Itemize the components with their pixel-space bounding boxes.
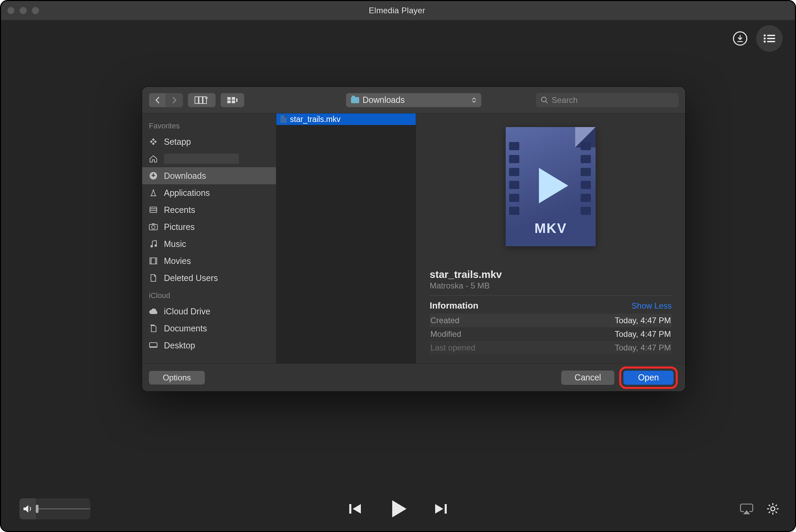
previous-button[interactable] [347, 501, 364, 517]
sidebar-item-label: Music [164, 239, 186, 249]
svg-rect-6 [349, 504, 351, 514]
svg-rect-14 [232, 97, 235, 100]
sidebar-item-deleted-users[interactable]: Deleted Users [142, 269, 276, 286]
svg-rect-22 [152, 223, 155, 225]
info-header: Information [430, 300, 478, 311]
dialog-footer: Options Cancel Open [142, 363, 685, 391]
preview-subtext: Matroska - 5 MB [430, 281, 672, 291]
svg-rect-5 [767, 41, 775, 42]
svg-rect-19 [150, 207, 157, 213]
sidebar-item-label: Setapp [164, 137, 191, 147]
preview-filename: star_trails.mkv [430, 269, 672, 280]
svg-point-8 [771, 507, 775, 511]
minimize-window-button[interactable] [19, 7, 27, 14]
file-badge: MKV [506, 221, 596, 236]
sidebar-item-downloads[interactable]: Downloads [142, 167, 276, 184]
info-row: Last openedToday, 4:47 PM [430, 341, 672, 355]
svg-rect-9 [195, 97, 198, 104]
settings-button[interactable] [766, 502, 779, 515]
search-placeholder: Search [552, 95, 578, 105]
back-button[interactable] [149, 93, 166, 107]
setapp-icon [148, 138, 159, 146]
show-less-link[interactable]: Show Less [632, 301, 672, 311]
chevron-left-icon [155, 97, 160, 104]
preview-thumbnail: MKV [430, 127, 672, 250]
file-name: star_trails.mkv [290, 115, 340, 124]
svg-rect-1 [767, 35, 775, 36]
chevron-right-icon [172, 97, 177, 104]
sidebar-item-setapp[interactable]: Setapp [142, 133, 276, 150]
sidebar-item-label: Pictures [164, 222, 195, 232]
close-window-button[interactable] [7, 7, 15, 14]
skip-back-icon [347, 501, 364, 517]
view-columns-button[interactable] [188, 93, 216, 107]
sidebar-item-desktop[interactable]: Desktop [142, 337, 276, 354]
svg-rect-11 [203, 97, 206, 104]
documents-icon [148, 324, 159, 332]
sidebar-item-label: Applications [164, 188, 210, 198]
location-dropdown[interactable]: Downloads [346, 93, 481, 107]
sidebar-item-home[interactable] [142, 150, 276, 167]
sidebar-item-icloud-drive[interactable]: iCloud Drive [142, 303, 276, 320]
svg-rect-15 [232, 100, 235, 103]
file-row[interactable]: star_trails.mkv [276, 113, 416, 125]
sidebar-item-label: Recents [164, 205, 195, 215]
gear-icon [766, 502, 779, 515]
volume-slider[interactable] [36, 498, 90, 519]
mkv-file-icon: MKV [506, 127, 596, 246]
sidebar-item-music[interactable]: Music [142, 235, 276, 252]
nav-history [149, 93, 183, 107]
next-button[interactable] [432, 501, 449, 517]
open-button[interactable]: Open [623, 371, 674, 385]
play-icon [387, 498, 409, 520]
playlist-button[interactable] [756, 25, 783, 52]
pictures-icon [148, 223, 159, 231]
sidebar-item-pictures[interactable]: Pictures [142, 218, 276, 235]
group-by [220, 93, 244, 107]
svg-point-0 [764, 34, 766, 36]
info-row: CreatedToday, 4:47 PM [430, 314, 672, 327]
options-button[interactable]: Options [149, 371, 205, 385]
group-button[interactable] [220, 93, 244, 107]
svg-rect-10 [199, 97, 202, 104]
svg-rect-3 [767, 38, 775, 39]
titlebar: Elmedia Player [1, 1, 795, 20]
sidebar-item-movies[interactable]: Movies [142, 252, 276, 269]
mute-button[interactable] [19, 498, 36, 519]
forward-button[interactable] [166, 93, 183, 107]
cancel-button[interactable]: Cancel [561, 371, 614, 385]
airplay-button[interactable] [740, 503, 753, 515]
chevron-up-icon [472, 97, 476, 100]
info-row: ModifiedToday, 4:47 PM [430, 327, 672, 341]
sidebar-item-applications[interactable]: Applications [142, 184, 276, 201]
video-file-icon [280, 115, 287, 123]
zoom-window-button[interactable] [32, 7, 39, 14]
svg-point-17 [541, 97, 546, 102]
folder-icon [351, 97, 359, 103]
divider [430, 295, 672, 296]
movies-icon [148, 257, 159, 265]
search-field[interactable]: Search [536, 93, 678, 107]
cloud-icon [148, 308, 159, 315]
airplay-icon [740, 503, 753, 515]
recents-icon [148, 206, 159, 214]
sidebar-item-documents[interactable]: Documents [142, 320, 276, 337]
sidebar-item-label: Documents [164, 324, 207, 333]
window-controls [7, 7, 39, 14]
info-value: Today, 4:47 PM [615, 329, 672, 339]
volume-control[interactable] [19, 498, 90, 519]
search-icon [541, 96, 548, 104]
location-label: Downloads [363, 95, 405, 105]
download-button[interactable] [733, 31, 747, 46]
volume-thumb[interactable] [36, 505, 39, 513]
svg-rect-7 [445, 504, 447, 514]
skip-forward-icon [432, 501, 449, 517]
play-button[interactable] [387, 498, 409, 520]
columns-icon [195, 96, 209, 104]
sidebar-item-label: Deleted Users [164, 273, 218, 283]
file-column: star_trails.mkv [276, 113, 416, 363]
app-window: Elmedia Player [0, 0, 796, 532]
svg-rect-16 [236, 98, 238, 102]
sidebar-item-recents[interactable]: Recents [142, 201, 276, 218]
info-table: CreatedToday, 4:47 PM ModifiedToday, 4:4… [430, 314, 672, 355]
